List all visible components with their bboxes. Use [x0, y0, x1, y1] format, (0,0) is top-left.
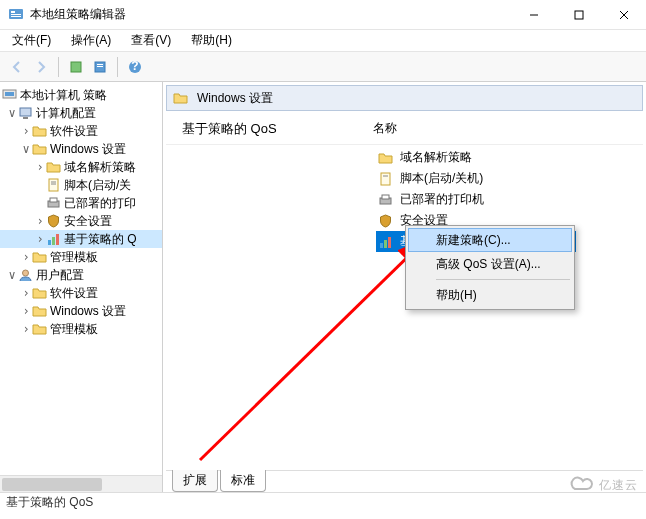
- scrollbar-thumb[interactable]: [2, 478, 102, 491]
- tree-label: 用户配置: [36, 267, 88, 284]
- svg-text:?: ?: [131, 60, 138, 73]
- menu-advanced-qos[interactable]: 高级 QoS 设置(A)...: [408, 252, 572, 276]
- shield-icon: [46, 214, 61, 228]
- menu-help[interactable]: 帮助(H): [408, 283, 572, 307]
- column-header-name[interactable]: 名称: [373, 120, 397, 137]
- close-button[interactable]: [601, 0, 646, 29]
- tree-computer-config[interactable]: ∨ 计算机配置: [0, 104, 162, 122]
- tree[interactable]: 本地计算机 策略 ∨ 计算机配置 › 软件设置 ∨ Windows 设置 › 域: [0, 82, 162, 475]
- forward-button: [30, 56, 52, 78]
- scroll-icon: [378, 172, 393, 186]
- expand-icon[interactable]: ›: [20, 304, 32, 318]
- tab-extended[interactable]: 扩展: [172, 470, 218, 492]
- section-header: 基于策略的 QoS: [166, 114, 643, 145]
- breadcrumb[interactable]: Windows 设置: [166, 85, 643, 111]
- chart-icon: [46, 232, 61, 246]
- menu-file[interactable]: 文件(F): [8, 30, 55, 51]
- tree-label: 本地计算机 策略: [20, 87, 111, 104]
- folder-icon: [32, 304, 47, 318]
- menu-separator: [436, 279, 570, 280]
- menu-help[interactable]: 帮助(H): [187, 30, 236, 51]
- tree-windows-settings[interactable]: ∨ Windows 设置: [0, 140, 162, 158]
- folder-icon: [32, 322, 47, 336]
- tree-qos[interactable]: › 基于策略的 Q: [0, 230, 162, 248]
- expand-icon[interactable]: ›: [34, 232, 46, 246]
- tree-admin-templates[interactable]: › 管理模板: [0, 248, 162, 266]
- tree-user-config[interactable]: ∨ 用户配置: [0, 266, 162, 284]
- svg-rect-17: [23, 117, 28, 119]
- svg-rect-25: [56, 234, 59, 245]
- expand-icon[interactable]: ›: [20, 286, 32, 300]
- svg-rect-8: [71, 62, 81, 72]
- window-title: 本地组策略编辑器: [30, 6, 511, 23]
- folder-icon: [32, 124, 47, 138]
- policy-icon: [2, 88, 17, 102]
- expand-icon[interactable]: ›: [20, 322, 32, 336]
- printer-icon: [378, 193, 393, 207]
- menubar: 文件(F) 操作(A) 查看(V) 帮助(H): [0, 30, 646, 52]
- svg-rect-18: [49, 179, 58, 191]
- properties-icon[interactable]: [89, 56, 111, 78]
- shield-icon: [378, 214, 393, 228]
- tree-label: 安全设置: [64, 213, 116, 230]
- tab-standard[interactable]: 标准: [220, 470, 266, 492]
- tree-dns-policy[interactable]: › 域名解析策略: [0, 158, 162, 176]
- toolbar: ?: [0, 52, 646, 82]
- chart-icon: [378, 235, 393, 249]
- context-menu: 新建策略(C)... 高级 QoS 设置(A)... 帮助(H): [405, 225, 575, 310]
- printer-icon: [46, 196, 61, 210]
- tree-security[interactable]: › 安全设置: [0, 212, 162, 230]
- item-label: 域名解析策略: [400, 149, 472, 166]
- minimize-button[interactable]: [511, 0, 556, 29]
- toolbar-action-icon[interactable]: [65, 56, 87, 78]
- svg-rect-5: [575, 11, 583, 19]
- tree-label: 脚本(启动/关: [64, 177, 135, 194]
- svg-rect-31: [380, 243, 383, 248]
- tree-user-windows[interactable]: › Windows 设置: [0, 302, 162, 320]
- svg-rect-27: [381, 173, 390, 185]
- tree-root[interactable]: 本地计算机 策略: [0, 86, 162, 104]
- svg-rect-1: [11, 11, 15, 13]
- tree-label: 基于策略的 Q: [64, 231, 141, 248]
- folder-icon: [32, 142, 47, 156]
- svg-rect-22: [50, 198, 57, 202]
- watermark: 亿速云: [567, 475, 638, 495]
- svg-rect-2: [11, 14, 21, 15]
- menu-action[interactable]: 操作(A): [67, 30, 115, 51]
- item-label: 已部署的打印机: [400, 191, 484, 208]
- list-item-printers[interactable]: 已部署的打印机: [376, 189, 576, 210]
- tree-label: 软件设置: [50, 123, 102, 140]
- back-button: [6, 56, 28, 78]
- expand-icon[interactable]: ›: [20, 250, 32, 264]
- expand-icon[interactable]: ›: [34, 214, 46, 228]
- titlebar: 本地组策略编辑器: [0, 0, 646, 30]
- user-icon: [18, 268, 33, 282]
- tree-label: Windows 设置: [50, 141, 130, 158]
- expand-icon[interactable]: ›: [34, 160, 46, 174]
- tree-software-settings[interactable]: › 软件设置: [0, 122, 162, 140]
- tree-printers[interactable]: 已部署的打印: [0, 194, 162, 212]
- list-item-scripts[interactable]: 脚本(启动/关机): [376, 168, 576, 189]
- tree-label: 管理模板: [50, 321, 102, 338]
- horizontal-scrollbar[interactable]: [0, 475, 162, 492]
- list-item-dns[interactable]: 域名解析策略: [376, 147, 576, 168]
- svg-point-26: [23, 270, 29, 276]
- svg-rect-32: [384, 240, 387, 248]
- svg-rect-3: [11, 16, 21, 17]
- collapse-icon[interactable]: ∨: [6, 106, 18, 120]
- collapse-icon[interactable]: ∨: [20, 142, 32, 156]
- tree-label: Windows 设置: [50, 303, 130, 320]
- expand-icon[interactable]: ›: [20, 124, 32, 138]
- maximize-button[interactable]: [556, 0, 601, 29]
- folder-icon: [32, 286, 47, 300]
- tree-user-software[interactable]: › 软件设置: [0, 284, 162, 302]
- menu-view[interactable]: 查看(V): [127, 30, 175, 51]
- collapse-icon[interactable]: ∨: [6, 268, 18, 282]
- tree-scripts[interactable]: 脚本(启动/关: [0, 176, 162, 194]
- folder-icon: [46, 160, 61, 174]
- help-icon[interactable]: ?: [124, 56, 146, 78]
- svg-rect-24: [52, 237, 55, 245]
- tree-user-templates[interactable]: › 管理模板: [0, 320, 162, 338]
- menu-new-policy[interactable]: 新建策略(C)...: [408, 228, 572, 252]
- status-text: 基于策略的 QoS: [6, 494, 93, 511]
